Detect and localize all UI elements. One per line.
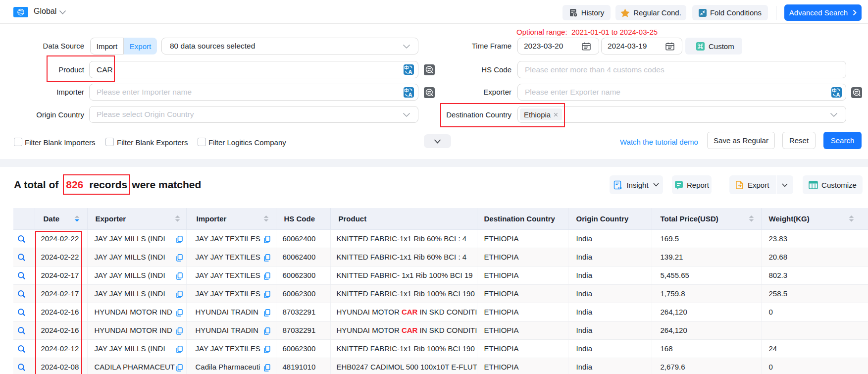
svg-text:A: A — [408, 92, 412, 98]
svg-text:A: A — [836, 92, 840, 98]
svg-text:A: A — [408, 69, 412, 75]
svg-text:BI: BI — [618, 185, 622, 190]
